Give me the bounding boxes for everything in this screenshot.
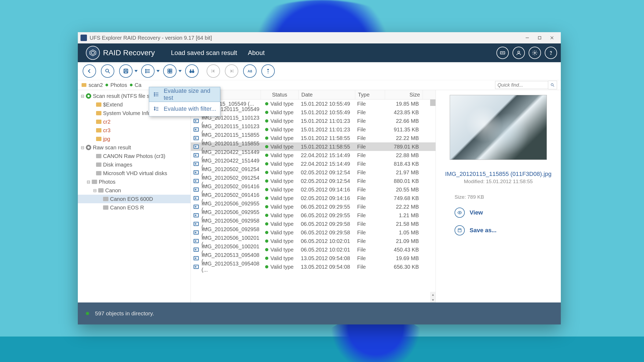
prev-button[interactable] bbox=[207, 64, 220, 78]
tree-node-disk-images[interactable]: Disk images bbox=[78, 160, 191, 169]
svg-point-11 bbox=[106, 69, 109, 72]
save-dropdown[interactable] bbox=[134, 70, 138, 72]
col-status[interactable]: Status bbox=[261, 90, 299, 99]
file-size: 911.35 KB bbox=[394, 127, 419, 133]
status-dot-icon bbox=[265, 154, 268, 157]
breadcrumb-item[interactable]: Photos bbox=[105, 82, 127, 88]
folder-icon bbox=[96, 128, 101, 132]
menu-evaluate-filter[interactable]: Evaluate with filter... bbox=[149, 102, 220, 116]
list-dropdown[interactable] bbox=[156, 70, 160, 72]
header-help-button[interactable] bbox=[545, 47, 557, 59]
file-status: Valid type bbox=[270, 238, 294, 244]
file-type: File bbox=[357, 238, 366, 244]
col-type[interactable]: Type bbox=[355, 90, 385, 99]
main-body: ⊟Scan result (NTFS file syst $Extend Sys… bbox=[78, 90, 561, 302]
tree-node-vhd[interactable]: Microsoft VHD virtual disks bbox=[78, 169, 191, 178]
scroll-up-button[interactable]: ▴ bbox=[430, 292, 436, 297]
file-type: File bbox=[357, 127, 366, 133]
table-body: ▴ ▾ 10120115_105549 (...Valid type15.01.… bbox=[191, 99, 436, 302]
table-header: Status Date Type Size bbox=[191, 90, 436, 99]
window-title: UFS Explorer RAID Recovery - version 9.1… bbox=[90, 35, 212, 41]
preview-view-button[interactable]: View bbox=[455, 208, 483, 218]
image-file-icon bbox=[193, 196, 199, 200]
next-button[interactable] bbox=[225, 64, 238, 78]
minimize-button[interactable] bbox=[521, 32, 533, 43]
image-file-icon bbox=[193, 136, 199, 140]
file-type: File bbox=[357, 101, 366, 107]
preview-panel: IMG_20120115_115855 (011F3D08).jpg Modif… bbox=[436, 90, 561, 302]
status-dot-icon bbox=[265, 179, 268, 183]
file-status: Valid type bbox=[270, 127, 294, 133]
breadcrumb-item[interactable]: scan2 bbox=[82, 82, 103, 88]
tree-node-cr2[interactable]: cr2 bbox=[78, 117, 191, 126]
folder-icon bbox=[96, 102, 101, 107]
quick-find-button[interactable] bbox=[548, 81, 557, 89]
filter-person-button[interactable] bbox=[261, 64, 275, 78]
binoculars-button[interactable] bbox=[185, 64, 199, 78]
scroll-down-button[interactable]: ▾ bbox=[430, 297, 436, 302]
file-date: 02.05.2012 09:14:16 bbox=[301, 187, 350, 193]
tree-node-jpg[interactable]: jpg bbox=[78, 135, 191, 143]
file-status: Valid type bbox=[270, 178, 294, 184]
tree-node-canon-600d[interactable]: Canon EOS 600D bbox=[78, 195, 191, 203]
image-file-icon bbox=[193, 265, 199, 269]
search-lens-button[interactable] bbox=[101, 64, 114, 78]
svg-point-20 bbox=[145, 69, 146, 70]
tree-node-photos[interactable]: ⊟Photos bbox=[78, 178, 191, 186]
quick-find-input[interactable] bbox=[495, 81, 548, 89]
grid-dropdown[interactable] bbox=[178, 70, 182, 72]
file-status: Valid type bbox=[270, 221, 294, 227]
status-dot-icon bbox=[265, 248, 268, 251]
image-file-icon bbox=[193, 127, 199, 132]
col-size[interactable]: Size bbox=[385, 90, 423, 99]
tree-node-canon[interactable]: ⊟Canon bbox=[78, 186, 191, 195]
svg-point-40 bbox=[268, 73, 269, 73]
table-row[interactable]: IMG_20120513_095408 (...Valid type13.05.… bbox=[191, 263, 436, 271]
svg-rect-1 bbox=[538, 36, 541, 39]
file-size: 423.85 KB bbox=[394, 109, 419, 116]
menu-item-label: Evaluate with filter... bbox=[164, 105, 216, 112]
menu-about[interactable]: About bbox=[248, 49, 265, 57]
file-date: 22.04.2012 15:14:49 bbox=[301, 152, 350, 158]
status-dot-icon bbox=[265, 102, 268, 105]
breadcrumb-label: scan2 bbox=[89, 82, 103, 88]
svg-rect-24 bbox=[168, 69, 170, 71]
status-dot-icon bbox=[265, 239, 268, 243]
preview-saveas-button[interactable]: Save as... bbox=[455, 225, 496, 235]
header-keyboard-button[interactable] bbox=[496, 47, 509, 59]
back-button[interactable] bbox=[83, 64, 96, 78]
folder-icon bbox=[103, 197, 108, 201]
close-button[interactable] bbox=[546, 32, 558, 43]
file-size: 21.97 MB bbox=[396, 169, 419, 176]
tree-node-cr3[interactable]: cr3 bbox=[78, 126, 191, 135]
grid-button[interactable] bbox=[163, 64, 177, 78]
save-button[interactable] bbox=[119, 64, 133, 78]
maximize-button[interactable] bbox=[533, 32, 546, 43]
col-date[interactable]: Date bbox=[299, 90, 355, 99]
file-type: File bbox=[357, 204, 366, 210]
app-window: UFS Explorer RAID Recovery - version 9.1… bbox=[78, 32, 561, 324]
tree-node-canon-raw[interactable]: CANON Raw Photos (cr3) bbox=[78, 152, 191, 160]
file-status: Valid type bbox=[270, 152, 294, 158]
file-status: Valid type bbox=[270, 109, 294, 116]
header-settings-button[interactable] bbox=[529, 47, 541, 59]
file-size: 19.85 MB bbox=[396, 101, 419, 107]
menu-evaluate-size-test[interactable]: Evaluate size and test bbox=[149, 87, 220, 102]
status-dot-icon bbox=[265, 265, 268, 268]
header-user-button[interactable] bbox=[513, 47, 525, 59]
toolbar: Aß bbox=[78, 62, 561, 80]
breadcrumb-label: Photos bbox=[110, 82, 127, 88]
breadcrumb-item[interactable]: Ca bbox=[130, 82, 142, 88]
file-size: 20.55 MB bbox=[396, 187, 419, 193]
menu-load-saved[interactable]: Load saved scan result bbox=[171, 49, 237, 57]
status-bar: 597 objects in directory. bbox=[78, 302, 561, 324]
status-dot-icon bbox=[265, 257, 268, 260]
scrollbar-thumb[interactable] bbox=[430, 99, 436, 106]
tree-node-canon-eos-r[interactable]: Canon EOS R bbox=[78, 203, 191, 212]
file-type: File bbox=[357, 195, 366, 201]
case-button[interactable]: Aß bbox=[243, 64, 257, 78]
tree-node-raw-scan[interactable]: ⊟Raw scan result bbox=[78, 143, 191, 152]
folder-icon bbox=[96, 154, 101, 158]
list-button[interactable] bbox=[141, 64, 155, 78]
status-dot-icon bbox=[265, 119, 268, 123]
